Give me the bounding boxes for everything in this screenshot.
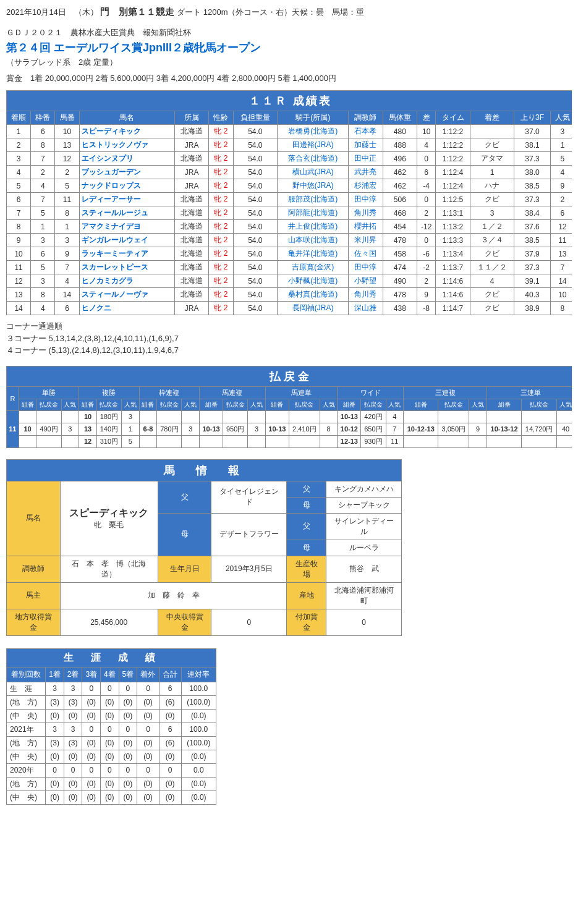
result-row: 758スティールルージュ北海道牝 254.0阿部龍(北海道)角川秀46821:1… xyxy=(7,206,572,220)
horse-link[interactable]: エイシンヌプリ xyxy=(79,152,174,166)
result-row: 1446ヒノクニJRA牝 254.0長岡禎(JRA)深山雅438-81:14:7… xyxy=(7,302,572,315)
result-title: １１Ｒ 成績表 xyxy=(7,91,572,111)
horse-link[interactable]: ギンガレールウェイ xyxy=(79,234,174,247)
result-row: 3712エイシンヌプリ北海道牝 254.0落合玄(北海道)田中正49601:12… xyxy=(7,152,572,166)
horse-link[interactable]: スピーディキック xyxy=(79,125,174,138)
race-conditions: （サラブレッド系 2歳 定量） xyxy=(6,57,572,68)
horse-link[interactable]: アマクミナイデヨ xyxy=(79,220,174,234)
horse-link[interactable]: スティールノーヴァ xyxy=(79,288,174,302)
result-table: １１Ｒ 成績表 着順枠番馬番馬名所属性齢負担重量騎手(所属)調教師馬体重差タイム… xyxy=(6,90,572,315)
result-row: 13814スティールノーヴァ北海道牝 254.0桑村真(北海道)角川秀47891… xyxy=(7,288,572,302)
result-row: 422ブッシュガーデンJRA牝 254.0横山武(JRA)武井亮46261:12… xyxy=(7,166,572,179)
horse-link[interactable]: ラッキーミーティア xyxy=(79,247,174,261)
horse-link[interactable]: レディーアーサー xyxy=(79,193,174,206)
corner-passage: コーナー通過順 ３コーナー 5,13,14,2,(3,8),12,(4,10,1… xyxy=(6,320,572,357)
horse-link[interactable]: ナックドロップス xyxy=(79,179,174,193)
horse-link[interactable]: ヒノカミカグラ xyxy=(79,274,174,288)
result-row: 545ナックドロップスJRA牝 254.0野中悠(JRA)杉浦宏462-41:1… xyxy=(7,179,572,193)
prize-money: 賞金 1着 20,000,000円 2着 5,600,000円 3着 4,200… xyxy=(6,73,572,84)
result-row: 811アマクミナイデヨ北海道牝 254.0井上俊(北海道)櫻井拓454-121:… xyxy=(7,220,572,234)
horse-link[interactable]: ヒストリックノヴァ xyxy=(79,138,174,152)
horse-link[interactable]: ブッシュガーデン xyxy=(79,166,174,179)
result-row: 1157スカーレットピース北海道牝 254.0吉原寛(金沢)田中淳474-21:… xyxy=(7,261,572,274)
horse-link[interactable]: スティールルージュ xyxy=(79,206,174,220)
race-header: 2021年10月14日 （木） 門 別第１１競走 ダート 1200m（外コース・… xyxy=(6,6,572,18)
result-row: 1234ヒノカミカグラ北海道牝 254.0小野楓(北海道)小野望49021:14… xyxy=(7,274,572,288)
result-row: 933ギンガレールウェイ北海道牝 254.0山本咲(北海道)米川昇47801:1… xyxy=(7,234,572,247)
career-table: 生 涯 成 績 着別回数1着2着3着4着5着着外合計連対率 生 涯3300006… xyxy=(6,648,216,805)
race-title: 第２４回 エーデルワイス賞JpnIII２歳牝馬オープン xyxy=(6,40,572,55)
payout-table: 払戻金 R単勝複勝枠連複馬連複馬連単ワイド三連複三連単 組番払戻金人気組番払戻金… xyxy=(6,366,572,448)
result-row: 2813ヒストリックノヴァJRA牝 254.0田邊裕(JRA)加藤士48841:… xyxy=(7,138,572,152)
result-header-row: 着順枠番馬番馬名所属性齢負担重量騎手(所属)調教師馬体重差タイム着差上り3F人気 xyxy=(7,111,572,125)
horse-info-table: 馬 情 報 馬名 スピーディキック牝 栗毛 父 タイセイレジェンド 父キングカメ… xyxy=(6,459,402,636)
result-row: 6711レディーアーサー北海道牝 254.0服部茂(北海道)田中淳50601:1… xyxy=(7,193,572,206)
horse-link[interactable]: スカーレットピース xyxy=(79,261,174,274)
grade-line: ＧＤＪ２０２１ 農林水産大臣賞典 報知新聞社杯 xyxy=(6,27,572,38)
horse-link[interactable]: ヒノクニ xyxy=(79,302,174,315)
result-row: 1069ラッキーミーティア北海道牝 254.0亀井洋(北海道)佐々国458-61… xyxy=(7,247,572,261)
result-row: 1610スピーディキック北海道牝 254.0岩橋勇(北海道)石本孝480101:… xyxy=(7,125,572,138)
